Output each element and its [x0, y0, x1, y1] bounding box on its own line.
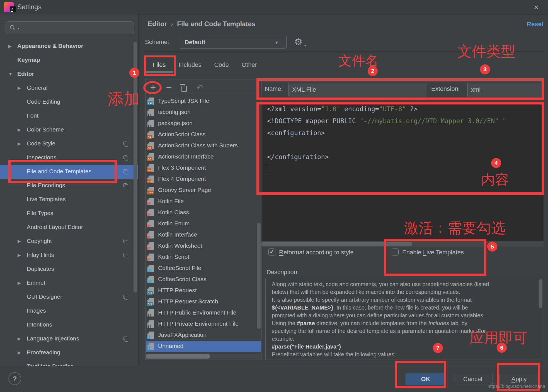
list-item-actionscript-class[interactable]: ASActionScript Class	[146, 129, 261, 140]
list-item-unnamed[interactable]: JUnnamed	[146, 341, 261, 352]
expand-arrow-icon[interactable]: ▶	[18, 239, 21, 244]
expand-arrow-icon[interactable]: ▶	[8, 44, 12, 49]
chevron-down-icon: ▼	[275, 40, 279, 45]
sidebar-item-copyright[interactable]: ▶Copyright	[0, 235, 138, 249]
undo-button[interactable]: ↶	[195, 82, 205, 93]
sidebar-scrollbar[interactable]	[134, 42, 137, 293]
search-icon	[10, 25, 17, 32]
sidebar-item-proofreading[interactable]: ▶Proofreading	[0, 346, 138, 360]
close-icon[interactable]: ×	[530, 2, 542, 13]
sidebar-item-emmet[interactable]: ▶Emmet	[0, 276, 138, 290]
list-item-kotlin-file[interactable]: Kotlin File	[146, 196, 261, 207]
list-item-label: ActionScript Class	[158, 131, 205, 138]
sidebar-item-intentions[interactable]: Intentions	[0, 318, 138, 332]
annotation-text-filetype: 文件类型	[457, 42, 515, 61]
breadcrumb-separator-icon: ›	[167, 20, 177, 28]
description-line: example:	[272, 335, 489, 343]
remove-template-button[interactable]: −	[164, 82, 174, 94]
sidebar-item-font[interactable]: Font	[0, 109, 138, 123]
list-item-http-private-environment-file[interactable]: {}HTTP Private Environment File	[146, 318, 261, 330]
expand-arrow-icon[interactable]: ▶	[18, 141, 21, 146]
description-line: ${<VARIABLE_NAME>}. In this case, before…	[272, 304, 489, 311]
list-item-http-request[interactable]: APIHTTP Request	[146, 285, 261, 296]
tab-other[interactable]: Other	[242, 61, 257, 69]
sidebar-item-editor[interactable]: ▼Editor	[0, 67, 138, 81]
expand-arrow-icon[interactable]: ▶	[18, 253, 21, 258]
list-item-kotlin-interface[interactable]: Kotlin Interface	[146, 229, 261, 240]
sidebar-item-appearance-behavior[interactable]: ▶Appearance & Behavior	[0, 40, 138, 53]
list-item-coffeescript-file[interactable]: CoffeeScript File	[146, 263, 261, 274]
list-item-coffeescript-class[interactable]: CoffeeScript Class	[146, 274, 261, 285]
list-item-tsconfig-json[interactable]: {}tsconfig.json	[146, 107, 261, 118]
sidebar-item-gui-designer[interactable]: GUI Designer	[0, 290, 138, 304]
intellij-logo-icon: IJ	[4, 2, 14, 12]
list-item-actionscript-interface[interactable]: ASActionScript Interface	[146, 151, 261, 162]
toolbar-separator	[146, 94, 261, 94]
expand-arrow-icon[interactable]: ▶	[18, 336, 21, 341]
breadcrumb-parent[interactable]: Editor	[148, 20, 167, 28]
sidebar-item-file-types[interactable]: File Types	[0, 207, 138, 221]
sidebar-item-label: Editor	[17, 70, 34, 77]
list-item-typescript-jsx-file[interactable]: TSXTypeScript JSX File	[146, 96, 261, 107]
expand-arrow-icon[interactable]: ▶	[18, 350, 21, 355]
sidebar-item-label: General	[27, 84, 48, 91]
list-item-kotlin-enum[interactable]: Kotlin Enum	[146, 218, 261, 229]
list-item-kotlin-class[interactable]: Kotlin Class	[146, 207, 261, 218]
sidebar-item-duplicates[interactable]: Duplicates	[0, 262, 138, 276]
list-item-kotlin-worksheet[interactable]: Kotlin Worksheet	[146, 240, 261, 252]
description-line: #parse("File Header.java")	[272, 343, 489, 350]
sidebar-item-label: Appearance & Behavior	[17, 43, 83, 49]
sidebar-item-android-layout-editor[interactable]: Android Layout Editor	[0, 221, 138, 235]
sidebar-item-label: Proofreading	[27, 349, 60, 356]
expand-arrow-icon[interactable]: ▶	[18, 86, 21, 91]
expand-arrow-icon[interactable]: ▶	[18, 127, 21, 132]
help-button[interactable]: ?	[8, 372, 21, 385]
sidebar-item-textmate-bundles[interactable]: TextMate Bundles	[0, 360, 138, 366]
sidebar-item-language-injections[interactable]: ▶Language Injections	[0, 332, 138, 346]
list-item-javafxapplication[interactable]: JJavaFXApplication	[146, 330, 261, 341]
kotlin-file-icon	[147, 253, 154, 261]
annotation-text-apply-now: 应用即可	[470, 328, 528, 348]
sidebar-item-label: Duplicates	[27, 266, 54, 272]
sidebar-item-label: Keymap	[17, 57, 40, 63]
reformat-checkbox[interactable]: ✓	[268, 249, 275, 255]
list-item-package-json[interactable]: {}package.json	[146, 118, 261, 129]
collapse-arrow-icon[interactable]: ▼	[8, 72, 13, 76]
template-list-hscrollbar[interactable]	[146, 354, 210, 359]
list-item-flex-4-component[interactable]: <>Flex 4 Component	[146, 174, 261, 185]
sidebar-item-keymap[interactable]: Keymap	[0, 53, 138, 67]
list-item-flex-3-component[interactable]: <>Flex 3 Component	[146, 162, 261, 174]
list-item-label: Groovy Server Page	[158, 187, 211, 193]
gear-icon[interactable]: ⚙	[294, 36, 302, 47]
list-item-kotlin-script[interactable]: Kotlin Script	[146, 252, 261, 263]
list-item-groovy-server-page[interactable]: GSPGroovy Server Page	[146, 185, 261, 196]
copy-template-button[interactable]	[180, 84, 187, 92]
sidebar-item-live-templates[interactable]: Live Templates	[0, 193, 138, 207]
list-item-label: Kotlin Enum	[158, 220, 190, 227]
list-item-actionscript-class-with-supers[interactable]: ASActionScript Class with Supers	[146, 140, 261, 151]
kotlin-file-icon	[147, 220, 154, 228]
reset-link[interactable]: Reset	[514, 21, 544, 28]
list-item-http-request-scratch[interactable]: APIHTTP Request Scratch	[146, 296, 261, 307]
list-item-label: package.json	[158, 120, 193, 126]
annotation-box-ok	[395, 361, 446, 388]
copy-badge-icon	[123, 295, 128, 300]
tab-includes[interactable]: Includes	[178, 61, 201, 69]
expand-arrow-icon[interactable]: ▶	[18, 281, 21, 286]
description-line: below) that will then be expanded like m…	[272, 288, 489, 296]
sidebar-item-color-scheme[interactable]: ▶Color Scheme	[0, 123, 138, 137]
list-item-http-public-environment-file[interactable]: {}HTTP Public Environment File	[146, 307, 261, 318]
sidebar-item-code-style[interactable]: ▶Code Style	[0, 137, 138, 151]
tab-code[interactable]: Code	[214, 61, 229, 69]
sidebar-item-inlay-hints[interactable]: ▶Inlay Hints	[0, 249, 138, 262]
search-options-caret-icon[interactable]: ▾	[18, 27, 20, 30]
template-list-vscrollbar[interactable]	[257, 223, 261, 329]
as-file-icon: AS	[147, 142, 154, 150]
description-vscrollbar[interactable]	[539, 279, 542, 308]
sidebar-item-label: TextMate Bundles	[27, 363, 73, 366]
search-input[interactable]	[6, 21, 134, 34]
sidebar-item-label: Images	[27, 307, 46, 314]
sidebar-item-label: GUI Designer	[27, 293, 62, 300]
scheme-selected-value: Default	[185, 39, 205, 46]
sidebar-item-images[interactable]: Images	[0, 304, 138, 318]
